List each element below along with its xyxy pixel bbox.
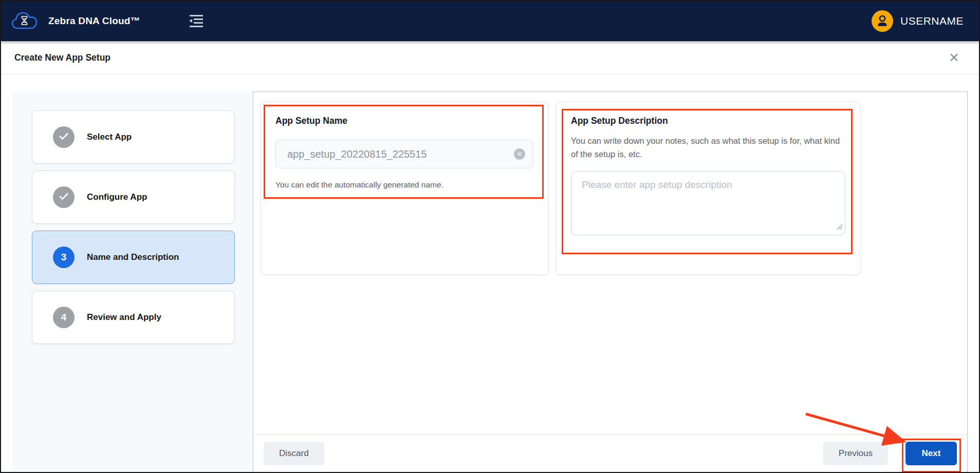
name-helper-text: You can edit the automatically generated… [275,180,533,190]
close-icon[interactable]: ✕ [949,51,959,64]
textarea-resize-handle-icon[interactable] [837,223,843,232]
wizard-steps-panel: Select App Configure App 3 Name and Desc… [12,91,253,472]
step-number-badge: 4 [53,307,75,328]
step-card-name-and-description[interactable]: 3 Name and Description [32,231,235,284]
app-setup-name-card: App Setup Name ✕ You can edit the automa… [261,102,548,275]
app-setup-description-card: App Setup Description You can write down… [556,102,860,275]
brand-title: Zebra DNA Cloud™ [48,15,140,27]
step-complete-badge [53,186,75,208]
dialog-title: Create New App Setup [14,52,949,63]
zebra-dna-cloud-logo-icon [10,9,42,33]
indent-decrease-menu-icon[interactable] [188,14,205,28]
step-card-review-and-apply[interactable]: 4 Review and Apply [32,291,235,344]
description-note-text: You can write down your notes, such as w… [571,135,845,161]
step-number-badge: 3 [53,247,75,268]
wizard-content-panel: App Setup Name ✕ You can edit the automa… [253,91,968,472]
clear-input-icon[interactable]: ✕ [514,148,525,160]
step-card-select-app[interactable]: Select App [32,110,235,164]
app-setup-description-heading: App Setup Description [571,116,845,126]
wizard-footer: Discard Previous Next [253,434,967,472]
app-setup-name-input[interactable] [275,140,533,168]
step-card-configure-app[interactable]: Configure App [32,171,235,224]
step-label: Review and Apply [87,312,161,323]
top-navbar: Zebra DNA Cloud™ USERNAME [1,1,979,41]
step-label: Select App [87,132,132,142]
previous-button[interactable]: Previous [823,442,888,465]
dialog-title-bar: Create New App Setup ✕ [1,41,979,74]
next-button[interactable]: Next [905,442,957,465]
check-icon [59,192,69,203]
step-complete-badge [53,126,75,148]
username-label: USERNAME [900,15,964,27]
step-label: Configure App [87,192,147,202]
user-avatar[interactable] [872,10,893,32]
wizard-body: Select App Configure App 3 Name and Desc… [1,74,979,472]
form-cards-row: App Setup Name ✕ You can edit the automa… [253,92,967,275]
app-setup-description-textarea[interactable] [571,171,845,235]
app-setup-name-heading: App Setup Name [275,116,533,126]
step-label: Name and Description [87,252,179,262]
check-icon [59,131,69,143]
discard-button[interactable]: Discard [264,442,324,465]
